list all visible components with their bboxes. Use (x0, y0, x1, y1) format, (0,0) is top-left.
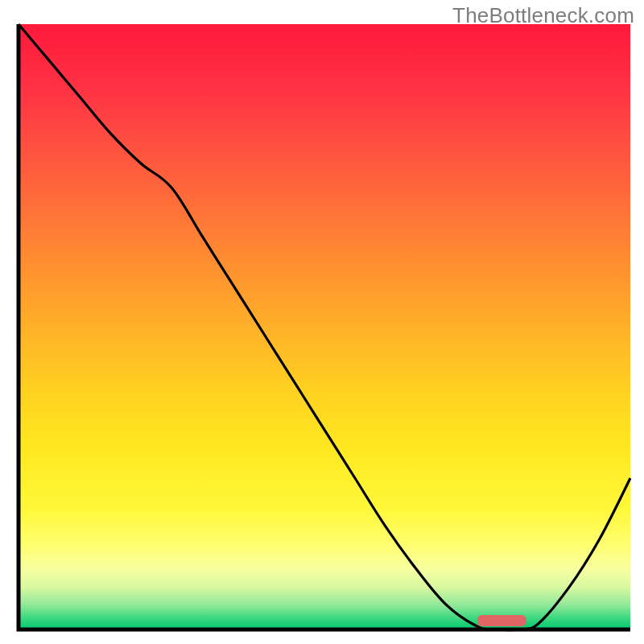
bottleneck-chart (0, 0, 644, 644)
optimal-marker (477, 615, 526, 626)
watermark-text: TheBottleneck.com (452, 3, 634, 28)
plot-background (19, 24, 630, 630)
